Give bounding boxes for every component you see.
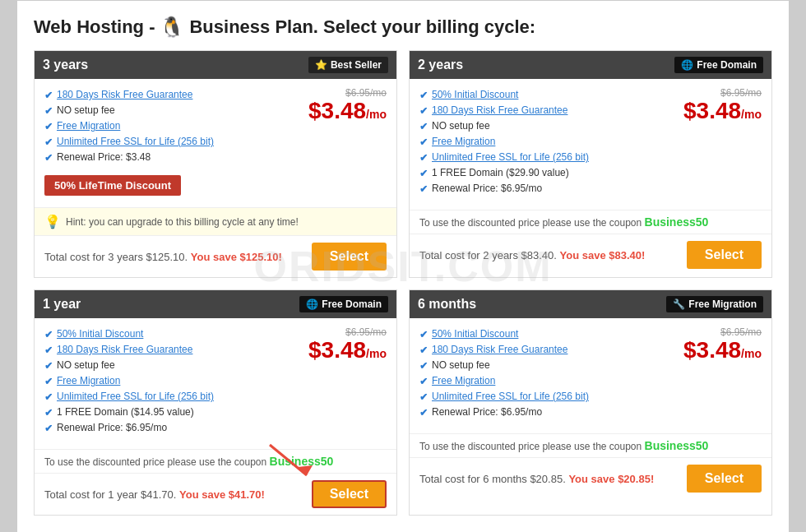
check-icon: ✔: [419, 376, 428, 387]
total-text-1year: Total cost for 1 year $41.70. You save $…: [44, 488, 265, 501]
price-suffix-6months: /mo: [741, 347, 762, 360]
feature-text: 180 Days Risk Free Guarantee: [57, 89, 192, 100]
coupon-prefix-6months: To use the discounted price please use t…: [419, 441, 642, 452]
plan-body-2years: $6.95/mo $3.48/mo ✔50% Initial Discount …: [410, 79, 771, 210]
check-icon: ✔: [419, 168, 428, 179]
feature-item: ✔Free Migration: [419, 134, 762, 150]
title-text: Web Hosting -: [34, 16, 155, 38]
feature-item: ✔NO setup fee: [419, 358, 675, 373]
plan-period-3years: 3 years: [43, 58, 88, 72]
badge-text-1year: Free Domain: [322, 298, 382, 310]
total-text-2years: Total cost for 2 years $83.40. You save …: [419, 249, 645, 261]
plan-header-3years: 3 years ⭐ Best Seller: [35, 51, 396, 79]
feature-text: 50% Initial Discount: [432, 328, 518, 340]
feature-item: ✔Unlimited Free SSL for Life (256 bit): [419, 150, 762, 165]
badge-freedomain-1year: 🌐 Free Domain: [299, 296, 388, 312]
total-row-3years: Total cost for 3 years $125.10. You save…: [35, 235, 396, 277]
feature-item: ✔Free Migration: [44, 118, 300, 134]
select-button-3years[interactable]: Select: [312, 243, 387, 271]
badge-migration-icon: 🔧: [673, 298, 685, 310]
check-icon: ✔: [44, 360, 53, 372]
feature-text: Unlimited Free SSL for Life (256 bit): [432, 391, 589, 402]
old-price-2years: $6.95/mo: [683, 87, 762, 99]
total-cost-6months: Total cost for 6 months $20.85.: [419, 473, 566, 485]
check-icon: ✔: [44, 152, 53, 164]
plan-period-6months: 6 months: [418, 297, 476, 312]
feature-item: ✔Renewal Price: $6.95/mo: [419, 181, 762, 197]
badge-text-3years: Best Seller: [331, 59, 382, 71]
plan-body-1year: $6.95/mo $3.48/mo ✔50% Initial Discount …: [35, 318, 396, 449]
total-text-3years: Total cost for 3 years $125.10. You save…: [44, 251, 282, 263]
main-container: Web Hosting - 🐧 Business Plan. Select yo…: [16, 0, 790, 532]
linux-icon: 🐧: [160, 16, 184, 39]
hint-bulb-icon: 💡: [44, 214, 61, 229]
feature-text: Unlimited Free SSL for Life (256 bit): [432, 151, 589, 163]
page-title: Web Hosting - 🐧 Business Plan. Select yo…: [34, 16, 772, 39]
feature-text: 180 Days Risk Free Guarantee: [432, 104, 567, 116]
plan-header-2years: 2 years 🌐 Free Domain: [410, 51, 771, 79]
price-suffix-1year: /mo: [366, 347, 387, 360]
feature-text: Free Migration: [57, 375, 120, 386]
check-icon: ✔: [44, 136, 53, 148]
feature-text: NO setup fee: [432, 359, 490, 371]
plan-period-1year: 1 year: [43, 297, 81, 312]
check-icon: ✔: [419, 105, 428, 117]
old-price-1year: $6.95/mo: [308, 326, 387, 338]
coupon-row-2years: To use the discounted price please use t…: [410, 210, 771, 234]
total-cost-2years: Total cost for 2 years $83.40.: [419, 249, 557, 261]
badge-text-6months: Free Migration: [688, 298, 757, 310]
check-icon: ✔: [419, 90, 428, 101]
plan-body-inner-3years: $6.95/mo $3.48/mo ✔180 Days Risk Free Gu…: [44, 87, 387, 199]
select-button-1year[interactable]: Select: [312, 480, 387, 508]
feature-item: ✔Unlimited Free SSL for Life (256 bit): [44, 389, 387, 405]
feature-item: ✔50% Initial Discount: [419, 87, 675, 103]
check-icon: ✔: [44, 105, 53, 117]
check-icon: ✔: [419, 183, 428, 195]
plan-body-6months: $6.95/mo $3.48/mo ✔50% Initial Discount …: [410, 318, 771, 433]
feature-text: Unlimited Free SSL for Life (256 bit): [57, 391, 214, 402]
check-icon: ✔: [44, 90, 53, 101]
check-icon: ✔: [419, 345, 428, 356]
feature-text: NO setup fee: [57, 359, 115, 371]
feature-item: ✔Renewal Price: $6.95/mo: [44, 420, 387, 436]
price-area-1year: $6.95/mo $3.48/mo: [308, 326, 387, 363]
plan-period-2years: 2 years: [418, 58, 463, 72]
check-icon: ✔: [419, 407, 428, 419]
price-area-3years: $6.95/mo $3.48/mo: [308, 87, 387, 124]
badge-freedomain-2years: 🌐 Free Domain: [674, 57, 763, 73]
total-row-6months: Total cost for 6 months $20.85. You save…: [410, 457, 771, 499]
coupon-prefix-2years: To use the discounted price please use t…: [419, 217, 642, 229]
save-text-1year: You save $41.70!: [179, 488, 265, 501]
plan-header-6months: 6 months 🔧 Free Migration: [410, 290, 771, 318]
feature-text: 50% Initial Discount: [57, 328, 143, 340]
select-button-6months[interactable]: Select: [687, 465, 762, 493]
save-text-2years: You save $83.40!: [560, 249, 646, 261]
feature-text: Renewal Price: $6.95/mo: [57, 422, 167, 433]
feature-text: NO setup fee: [432, 120, 490, 132]
check-icon: ✔: [419, 360, 428, 372]
plan-3years: 3 years ⭐ Best Seller $6.95/mo $3.48/mo …: [34, 50, 397, 278]
coupon-code-1year: Business50: [270, 455, 334, 468]
feature-item: ✔50% Initial Discount: [419, 326, 675, 342]
feature-item: ✔180 Days Risk Free Guarantee: [419, 342, 675, 358]
feature-text: Renewal Price: $3.48: [57, 151, 151, 163]
select-button-2years[interactable]: Select: [687, 241, 762, 269]
price-suffix-3years: /mo: [366, 108, 387, 121]
total-row-1year: Total cost for 1 year $41.70. You save $…: [35, 473, 396, 515]
check-icon: ✔: [419, 121, 428, 132]
badge-freemigration-6months: 🔧 Free Migration: [666, 296, 763, 312]
coupon-code-6months: Business50: [645, 439, 709, 452]
badge-star-icon: ⭐: [315, 59, 327, 71]
badge-globe-icon: 🌐: [681, 59, 693, 71]
select-btn-wrapper-1year: Select: [312, 480, 387, 508]
new-price-3years: $3.48/mo: [308, 99, 387, 124]
plan-2years: 2 years 🌐 Free Domain $6.95/mo $3.48/mo …: [409, 50, 772, 278]
check-icon: ✔: [419, 329, 428, 340]
new-price-6months: $3.48/mo: [683, 338, 762, 363]
feature-text: 50% Initial Discount: [432, 89, 518, 100]
check-icon: ✔: [44, 376, 53, 387]
total-cost-3years: Total cost for 3 years $125.10.: [44, 251, 188, 263]
price-area-2years: $6.95/mo $3.48/mo: [683, 87, 762, 124]
feature-item: ✔Renewal Price: $6.95/mo: [419, 405, 762, 420]
save-text-3years: You save $125.10!: [191, 251, 282, 263]
